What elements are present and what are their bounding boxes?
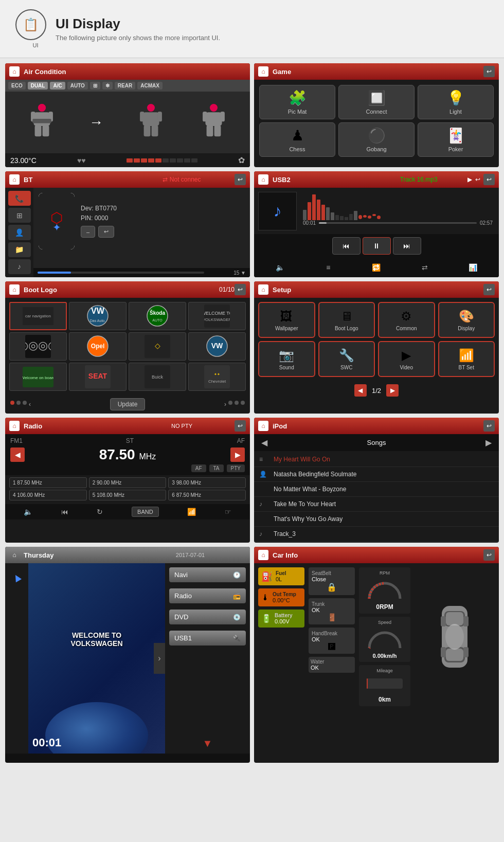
radio-tag-af[interactable]: AF — [191, 464, 206, 472]
ac-eco-btn[interactable]: ECO — [8, 82, 26, 89]
logo-item-8[interactable]: Welcome on board — [9, 363, 67, 391]
usb-repeat-icon[interactable]: ↩ — [475, 176, 480, 183]
preset-3[interactable]: 3 98.00 MHz — [168, 477, 246, 488]
ipod-nav-back[interactable]: ◀ — [258, 437, 271, 449]
game-item-chess[interactable]: ♟ Chess — [259, 122, 335, 157]
logo-item-0[interactable]: car navigation — [9, 302, 67, 330]
nav-scroll-arrow[interactable]: › — [154, 643, 165, 674]
volume-btn[interactable]: 🔈 — [267, 260, 293, 275]
logo-item-3[interactable]: WELCOME TO VOLKSWAGEN — [188, 302, 246, 330]
bt-home-icon[interactable]: ⌂ — [9, 174, 20, 185]
bt-sidebar-phone[interactable]: 📞 — [8, 191, 31, 206]
logo-item-10[interactable]: Buick — [129, 363, 186, 391]
logo-item-4[interactable]: ◎◎◎◎ — [9, 332, 67, 361]
setup-back-btn[interactable]: ↩ — [483, 284, 495, 295]
song-row-6[interactable]: ♪ Track_3 — [254, 527, 499, 542]
ac-max-btn[interactable]: ACMAX — [137, 82, 163, 89]
game-item-connect[interactable]: 🔲 Connect — [338, 85, 415, 119]
bt-back-btn[interactable]: ↩ — [235, 174, 246, 185]
setup-sound[interactable]: 📷 Sound — [258, 341, 315, 377]
nav-menu-down-btn[interactable]: ▼ — [203, 738, 213, 749]
nav-menu-usb1[interactable]: USB1 🔌 — [169, 631, 246, 646]
song-row-2[interactable]: 👤 Natasha Bedingfield Soulmate — [254, 467, 499, 482]
setup-next-btn[interactable]: ▶ — [386, 384, 399, 397]
game-item-light[interactable]: 💡 Light — [418, 85, 494, 119]
bt-expand-btn[interactable]: 15 ▼ — [233, 270, 246, 276]
nav-left-btn[interactable]: ‹ — [29, 401, 31, 408]
game-item-gobang[interactable]: ⚫ Gobang — [338, 122, 415, 157]
bt-disconnect-btn[interactable]: – — [81, 226, 95, 238]
prev-btn[interactable]: ⏮ — [332, 237, 361, 255]
list-btn[interactable]: ≡ — [315, 260, 341, 275]
ac-auto-btn[interactable]: AUTO — [67, 82, 88, 89]
usb-home-icon[interactable]: ⌂ — [258, 174, 268, 185]
logo-item-5[interactable]: Opel — [69, 332, 127, 361]
logo-item-11[interactable]: ✦✦ Chevrolet — [188, 363, 246, 391]
ac-grid-btn[interactable]: ⊞ — [90, 82, 100, 89]
logo-item-7[interactable]: VW — [188, 332, 246, 361]
radio-next-btn[interactable]: ▶ — [230, 447, 245, 462]
game-item-picmat[interactable]: 🧩 Pic Mat — [259, 85, 335, 119]
ac-ac-btn[interactable]: A/C — [50, 82, 65, 89]
shuffle-btn[interactable]: ⇄ — [412, 260, 438, 275]
game-item-poker[interactable]: 🃏 Poker — [418, 122, 494, 157]
ac-wind-btn[interactable]: ❄ — [102, 82, 113, 89]
pause-btn[interactable]: ⏸ — [363, 237, 391, 255]
logo-item-1[interactable]: VW Das Auto. — [69, 302, 127, 330]
boot-back-btn[interactable]: ↩ — [235, 284, 246, 295]
radio-touch[interactable]: ☞ — [225, 508, 231, 516]
ac-dual-btn[interactable]: DUAL — [28, 82, 48, 89]
song-row-3[interactable]: No Matter What - Boyzone — [254, 482, 499, 497]
logo-item-6[interactable]: ◇ — [129, 332, 186, 361]
home-icon[interactable]: ⌂ — [9, 66, 20, 77]
radio-tag-ta[interactable]: TA — [209, 464, 224, 472]
preset-1[interactable]: 1 87.50 MHz — [9, 477, 87, 488]
radio-back-btn[interactable]: ↩ — [235, 420, 246, 432]
preset-2[interactable]: 2 90.00 MHz — [89, 477, 167, 488]
ac-rear-btn[interactable]: REAR — [115, 82, 135, 89]
next-btn[interactable]: ⏭ — [393, 237, 421, 255]
setup-swc[interactable]: 🔧 SWC — [318, 341, 375, 377]
setup-home-icon[interactable]: ⌂ — [258, 284, 268, 295]
setup-display[interactable]: 🎨 Display — [438, 302, 495, 338]
setup-common[interactable]: ⚙ Common — [378, 302, 435, 338]
preset-5[interactable]: 5 108.00 MHz — [89, 490, 167, 500]
bt-sidebar-grid[interactable]: ⊞ — [8, 208, 31, 223]
logo-item-2[interactable]: Škoda AUTO — [129, 302, 186, 330]
carinfo-home-icon[interactable]: ⌂ — [258, 550, 268, 560]
nav-menu-dvd[interactable]: DVD 💿 — [169, 610, 246, 624]
radio-prev-btn[interactable]: ◀ — [10, 447, 25, 462]
band-btn[interactable]: BAND — [132, 507, 159, 517]
preset-4[interactable]: 4 106.00 MHz — [9, 490, 87, 500]
setup-bootlogo[interactable]: 🖥 Boot Logo — [318, 302, 375, 338]
ipod-back-btn[interactable]: ↩ — [483, 420, 495, 432]
preset-6[interactable]: 6 87.50 MHz — [168, 490, 246, 500]
radio-tag-pty[interactable]: PTY — [227, 464, 245, 472]
radio-vol-btn[interactable]: 🔈 — [24, 508, 32, 516]
setup-video[interactable]: ▶ Video — [378, 341, 435, 377]
boot-home-icon[interactable]: ⌂ — [9, 284, 20, 295]
radio-skip-next[interactable]: ↻ — [97, 508, 103, 516]
radio-skip-prev[interactable]: ⏮ — [61, 508, 68, 516]
logo-item-9[interactable]: SEAT — [69, 363, 127, 391]
game-home-icon[interactable]: ⌂ — [258, 66, 268, 77]
bt-sidebar-contact[interactable]: 👤 — [8, 225, 31, 240]
repeat-btn[interactable]: 🔁 — [364, 260, 389, 275]
carinfo-back-btn[interactable]: ↩ — [483, 549, 495, 561]
setup-btset[interactable]: 📶 BT Set — [438, 341, 495, 377]
nav-home-icon[interactable]: ⌂ — [9, 550, 20, 560]
nav-menu-navi[interactable]: Navi 🕐 — [169, 567, 246, 582]
game-back-btn[interactable]: ↩ — [483, 66, 495, 77]
nav-menu-radio[interactable]: Radio 📻 — [169, 588, 246, 603]
equalizer-btn[interactable]: 📊 — [460, 260, 485, 275]
song-row-1[interactable]: ≡ My Heart Will Go On — [254, 452, 499, 467]
nav-right-btn[interactable]: › — [224, 401, 226, 408]
ipod-home-icon[interactable]: ⌂ — [258, 421, 268, 431]
radio-home-icon[interactable]: ⌂ — [9, 421, 20, 431]
song-row-4[interactable]: ♪ Take Me To Your Heart — [254, 497, 499, 512]
usb-back-btn[interactable]: ↩ — [483, 174, 495, 185]
usb-play-icon[interactable]: ▶ — [467, 176, 472, 183]
update-btn[interactable]: Update — [110, 398, 146, 410]
bt-connect-btn[interactable]: ↩ — [98, 226, 114, 238]
setup-prev-btn[interactable]: ◀ — [354, 384, 367, 397]
